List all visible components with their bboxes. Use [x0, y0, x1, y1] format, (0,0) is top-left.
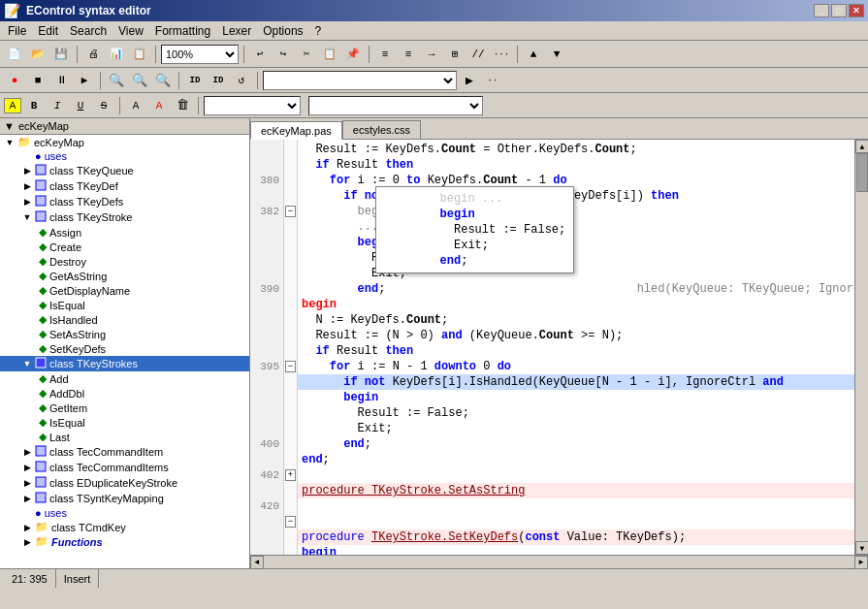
close-button[interactable]: ✕ — [849, 4, 864, 17]
menu-view[interactable]: View — [113, 22, 149, 40]
tree-item-setkeydefs[interactable]: ◆ SetKeyDefs — [0, 341, 249, 356]
tree-item-getitem[interactable]: ◆ GetItem — [0, 401, 249, 415]
print-button[interactable]: 🖨 — [82, 44, 104, 65]
menu-formatting[interactable]: Formatting — [149, 22, 216, 40]
save-button[interactable]: 💾 — [50, 44, 72, 65]
code-button[interactable]: ··· — [491, 44, 512, 65]
fold-btn-402[interactable]: + — [285, 469, 296, 481]
stop-button[interactable]: ■ — [27, 70, 48, 91]
fold-btn-382[interactable]: − — [285, 206, 296, 217]
color-text[interactable]: A — [125, 96, 146, 115]
copy-button[interactable]: 📋 — [319, 44, 340, 65]
print2-button[interactable]: 📊 — [106, 44, 127, 65]
code-content[interactable]: Result := KeyDefs.Count = Other.KeyDefs.… — [298, 140, 854, 555]
tree-item-destroy[interactable]: ◆ Destroy — [0, 254, 249, 269]
maximize-button[interactable]: □ — [831, 4, 847, 17]
tree-item-last[interactable]: ◆ Last — [0, 430, 249, 444]
menu-edit[interactable]: Edit — [32, 22, 64, 40]
tab-ecstyles[interactable]: ecstyles.css — [342, 120, 421, 139]
menu-file[interactable]: File — [2, 22, 32, 40]
tree-collapse-icon[interactable]: ▼ — [4, 120, 15, 132]
zoom-select[interactable]: 100% 75% 125% — [161, 45, 239, 64]
cut-button[interactable]: ✂ — [296, 44, 317, 65]
indent-button[interactable]: → — [421, 44, 442, 65]
find2-button[interactable]: 🔍 — [129, 70, 150, 91]
paste-button[interactable]: 📌 — [342, 44, 364, 65]
scroll-up-button[interactable]: ▲ — [855, 140, 868, 153]
tree-item-ishandled[interactable]: ◆ IsHandled — [0, 312, 249, 327]
play-button[interactable]: ● — [4, 70, 25, 91]
tree-item-eduplicatekeystroke[interactable]: ▶ class EDuplicateKeyStroke — [0, 475, 249, 491]
scroll-left-button[interactable]: ◄ — [250, 556, 264, 569]
tree-item-functions[interactable]: ▶ 📁 Functions — [0, 534, 249, 549]
tree-item-tkeydef[interactable]: ▶ class TKeyDef — [0, 178, 249, 194]
pause-button[interactable]: ⏸ — [50, 70, 72, 91]
scroll-track[interactable] — [855, 153, 868, 541]
tree-item-isequal[interactable]: ◆ IsEqual — [0, 298, 249, 312]
tree-item-tkeystroke[interactable]: ▼ class TKeyStroke — [0, 209, 249, 225]
menu-options[interactable]: Options — [257, 22, 308, 40]
tree-item-uses1[interactable]: ● uses — [0, 149, 249, 163]
find3-button[interactable]: 🔍 — [152, 70, 174, 91]
tree-item-getdisplayname[interactable]: ◆ GetDisplayName — [0, 283, 249, 298]
strike-button[interactable]: S — [93, 96, 114, 115]
tree-container[interactable]: ▼ 📁 ecKeyMap ● uses ▶ class TKeyQueue ▶ — [0, 135, 249, 568]
refresh-button[interactable]: ↺ — [231, 70, 252, 91]
tab-ecKeyMap[interactable]: ecKeyMap.pas — [250, 121, 342, 140]
fold-btn-395[interactable]: − — [285, 361, 296, 372]
tree-item-tcmdkey[interactable]: ▶ 📁 class TCmdKey — [0, 520, 249, 534]
align-left[interactable]: ≡ — [374, 44, 396, 65]
horizontal-scrollbar[interactable]: ◄ ► — [250, 555, 868, 568]
tree-item-setasstring[interactable]: ◆ SetAsString — [0, 327, 249, 341]
find-button[interactable]: 🔍 — [106, 70, 127, 91]
print3-button[interactable]: 📋 — [129, 44, 150, 65]
fold-btn-proc[interactable]: − — [285, 516, 296, 528]
macro-select[interactable] — [263, 71, 457, 90]
align-center[interactable]: ≡ — [398, 44, 419, 65]
outdent-button[interactable]: ⊞ — [444, 44, 466, 65]
id-button[interactable]: ID — [184, 70, 206, 91]
redo-button[interactable]: ↪ — [273, 44, 294, 65]
tree-item-teccommanditems[interactable]: ▶ class TecCommandItems — [0, 460, 249, 475]
style-select[interactable] — [308, 96, 483, 115]
macro2-button[interactable]: ·· — [482, 70, 503, 91]
tree-item-tkeystrokes[interactable]: ▼ class TKeyStrokes — [0, 356, 249, 371]
vertical-scrollbar[interactable]: ▲ ▼ — [854, 140, 868, 555]
tree-item-getasstring[interactable]: ◆ GetAsString — [0, 269, 249, 283]
menu-help[interactable]: ? — [309, 22, 328, 40]
delete-format[interactable]: 🗑 — [172, 96, 193, 115]
up-button[interactable]: ▲ — [523, 44, 544, 65]
tree-item-adddbl[interactable]: ◆ AddDbl — [0, 386, 249, 401]
scroll-right-button[interactable]: ► — [854, 556, 868, 569]
italic-button[interactable]: I — [47, 96, 68, 115]
comment-button[interactable]: // — [467, 44, 489, 65]
bold-button[interactable]: B — [23, 96, 45, 115]
menu-lexer[interactable]: Lexer — [216, 22, 257, 40]
new-button[interactable]: 📄 — [4, 44, 25, 65]
tree-item-uses2[interactable]: ● uses — [0, 506, 249, 520]
tree-item-root[interactable]: ▼ 📁 ecKeyMap — [0, 135, 249, 149]
tree-item-teccommanditem[interactable]: ▶ class TecCommandItem — [0, 444, 249, 460]
id2-button[interactable]: ID — [208, 70, 229, 91]
tree-item-assign[interactable]: ◆ Assign — [0, 225, 249, 240]
format-highlight[interactable]: A — [4, 98, 21, 113]
minimize-button[interactable]: _ — [814, 4, 829, 17]
tree-item-tsyntkeymap[interactable]: ▶ class TSyntKeyMapping — [0, 491, 249, 506]
menu-search[interactable]: Search — [64, 22, 113, 40]
run-macro[interactable]: ▶ — [459, 70, 480, 91]
step-button[interactable]: ▶ — [74, 70, 95, 91]
down-button[interactable]: ▼ — [546, 44, 567, 65]
open-button[interactable]: 📂 — [27, 44, 48, 65]
color-bg[interactable]: A — [148, 96, 170, 115]
tree-item-create[interactable]: ◆ Create — [0, 240, 249, 254]
font-select[interactable] — [204, 96, 301, 115]
undo-button[interactable]: ↩ — [249, 44, 271, 65]
scroll-thumb[interactable] — [856, 153, 868, 192]
tree-item-tkeyqueue[interactable]: ▶ class TKeyQueue — [0, 163, 249, 178]
scroll-down-button[interactable]: ▼ — [855, 541, 868, 555]
underline-button[interactable]: U — [70, 96, 91, 115]
tree-item-add[interactable]: ◆ Add — [0, 371, 249, 386]
tree-item-isequal2[interactable]: ◆ IsEqual — [0, 415, 249, 430]
h-scroll-track[interactable] — [264, 557, 854, 568]
tree-item-tkeydefs[interactable]: ▶ class TKeyDefs — [0, 194, 249, 209]
